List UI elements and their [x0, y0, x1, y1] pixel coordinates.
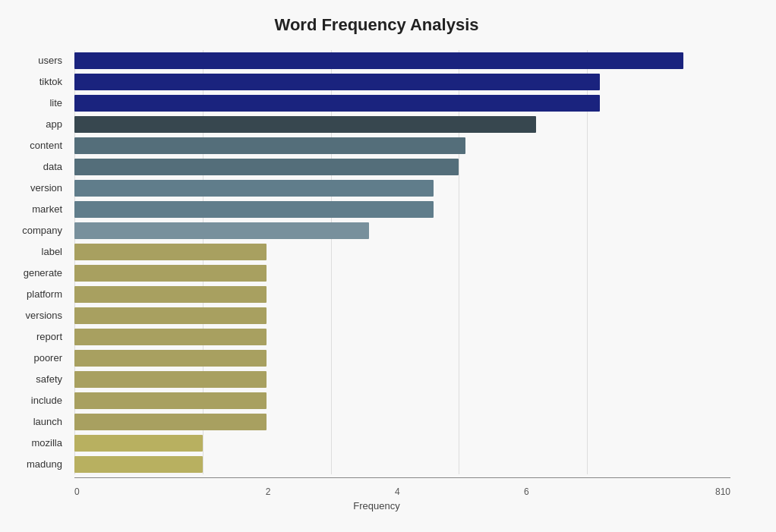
bar-row-data: data [74, 156, 715, 177]
bar-label-app: app [8, 118, 68, 130]
bar-row-launch: launch [74, 411, 715, 432]
bar-versions [74, 307, 267, 324]
bar-row-market: market [74, 199, 715, 219]
bar-label-launch: launch [8, 416, 68, 427]
chart-container: Word Frequency Analysis userstiktoklitea… [0, 0, 776, 532]
bar-label-content: content [8, 140, 68, 151]
bar-generate [74, 265, 267, 282]
bar-version [74, 180, 434, 197]
bar-label-version: version [8, 182, 68, 194]
bar-label-data: data [8, 161, 68, 172]
bar-label-company: company [8, 225, 68, 236]
bar-row-report: report [74, 326, 715, 347]
bar-label-users: users [8, 55, 68, 66]
bar-label-label: label [8, 246, 68, 257]
bar-label-safety: safety [8, 373, 68, 385]
bar-row-tiktok: tiktok [74, 71, 715, 92]
bar-launch [74, 414, 267, 430]
bar-users [74, 52, 683, 69]
x-tick-6: 6 [462, 486, 591, 497]
bar-label-report: report [8, 331, 68, 342]
bar-row-mozilla: mozilla [74, 433, 715, 453]
bar-row-lite: lite [74, 93, 715, 113]
bar-row-versions: versions [74, 305, 715, 326]
x-tick-4: 4 [333, 486, 462, 497]
bar-app [74, 116, 536, 133]
bar-row-version: version [74, 178, 715, 198]
bar-poorer [74, 350, 267, 367]
x-tick-2: 2 [203, 486, 333, 497]
bar-tiktok [74, 74, 600, 90]
bar-platform [74, 286, 267, 303]
x-axis-title: Frequency [8, 500, 746, 512]
bar-row-content: content [74, 135, 715, 156]
bar-label-lite: lite [8, 97, 68, 109]
bar-mozilla [74, 435, 203, 452]
bar-label-market: market [8, 203, 68, 215]
bar-label-platform: platform [8, 288, 68, 300]
bar-company [74, 222, 369, 239]
bar-row-users: users [74, 50, 715, 71]
bar-row-include: include [74, 390, 715, 411]
bar-row-poorer: poorer [74, 348, 715, 368]
bar-row-madung: madung [74, 454, 715, 474]
bar-row-safety: safety [74, 369, 715, 389]
bar-label-mozilla: mozilla [8, 437, 68, 449]
bar-row-label: label [74, 241, 715, 262]
bar-data [74, 159, 459, 175]
bar-label-tiktok: tiktok [8, 76, 68, 87]
bar-include [74, 392, 267, 409]
bar-label [74, 244, 267, 260]
bar-row-platform: platform [74, 284, 715, 304]
x-tick-0: 0 [74, 486, 203, 497]
bar-market [74, 201, 434, 218]
bar-madung [74, 456, 203, 473]
bar-content [74, 137, 465, 154]
bar-report [74, 329, 267, 345]
x-tick-8: 8 [591, 486, 721, 497]
bar-lite [74, 95, 600, 112]
bar-label-versions: versions [8, 310, 68, 321]
bar-label-generate: generate [8, 267, 68, 279]
bar-row-app: app [74, 114, 715, 134]
chart-title: Word Frequency Analysis [8, 15, 746, 35]
x-tick-10: 10 [721, 486, 730, 497]
bar-safety [74, 371, 267, 388]
bar-row-company: company [74, 220, 715, 241]
bar-label-include: include [8, 395, 68, 406]
bar-label-madung: madung [8, 458, 68, 470]
bar-row-generate: generate [74, 263, 715, 283]
bar-label-poorer: poorer [8, 352, 68, 364]
